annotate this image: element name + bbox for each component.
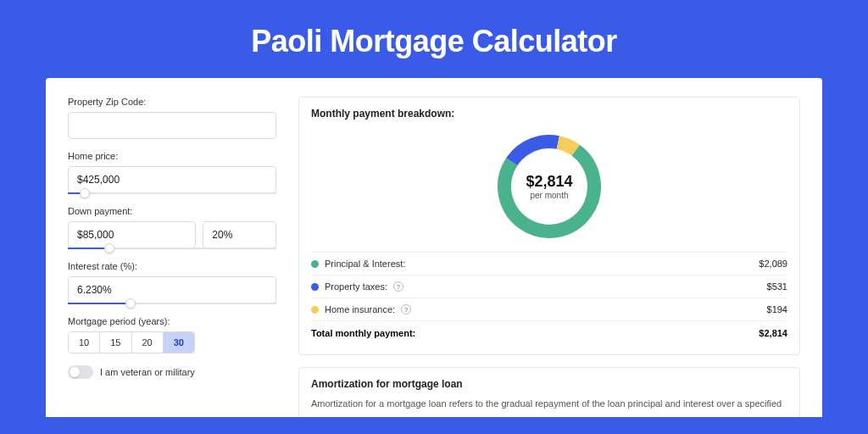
veteran-toggle[interactable] (68, 365, 93, 379)
amortization-panel: Amortization for mortgage loan Amortizat… (298, 367, 800, 417)
breakdown-title: Monthly payment breakdown: (311, 108, 787, 120)
info-icon[interactable]: ? (401, 304, 411, 314)
donut-sub: per month (530, 191, 568, 200)
legend-value: $531 (767, 281, 787, 292)
interest-rate-slider[interactable] (68, 303, 276, 304)
info-icon[interactable]: ? (393, 281, 403, 292)
down-payment-label: Down payment: (68, 206, 276, 216)
donut-chart-wrap: $2,814 per month (311, 126, 787, 252)
calculator-card: Property Zip Code: Home price: Down paym… (46, 78, 822, 417)
period-20[interactable]: 20 (132, 332, 164, 353)
home-price-slider[interactable] (68, 192, 276, 194)
amortization-title: Amortization for mortgage loan (311, 378, 787, 390)
down-payment-slider[interactable] (68, 248, 276, 249)
slider-thumb[interactable] (125, 298, 136, 309)
legend-value: $2,089 (759, 259, 787, 269)
legend-total: Total monthly payment: $2,814 (311, 320, 787, 344)
period-field: Mortgage period (years): 10 15 20 30 (68, 316, 276, 353)
period-options: 10 15 20 30 (68, 331, 195, 353)
dot-icon (311, 260, 319, 268)
donut-center: $2,814 per month (511, 148, 587, 225)
legend-property-taxes: Property taxes: ? $531 (311, 275, 787, 298)
legend-principal-interest: Principal & Interest: $2,089 (311, 252, 787, 275)
dot-icon (311, 283, 319, 291)
period-30[interactable]: 30 (164, 332, 194, 353)
slider-thumb[interactable] (104, 243, 114, 253)
breakdown-panel: Monthly payment breakdown: $2,814 per mo… (298, 97, 800, 355)
interest-rate-input[interactable] (68, 276, 276, 303)
total-value: $2,814 (759, 328, 787, 338)
interest-rate-field: Interest rate (%): (68, 261, 276, 304)
home-price-field: Home price: (68, 151, 276, 194)
legend-value: $194 (767, 304, 787, 314)
amortization-text: Amortization for a mortgage loan refers … (311, 397, 787, 411)
legend-label: Property taxes: (325, 281, 387, 292)
home-price-input[interactable] (68, 166, 276, 193)
interest-rate-label: Interest rate (%): (68, 261, 276, 271)
down-payment-pct-input[interactable] (203, 221, 276, 248)
legend-label: Home insurance: (325, 304, 395, 314)
zip-label: Property Zip Code: (68, 97, 276, 107)
results-column: Monthly payment breakdown: $2,814 per mo… (298, 97, 800, 417)
zip-field: Property Zip Code: (68, 97, 276, 139)
donut-amount: $2,814 (526, 173, 572, 191)
donut-chart: $2,814 per month (494, 131, 604, 242)
period-15[interactable]: 15 (100, 332, 131, 353)
legend-label: Principal & Interest: (325, 259, 405, 269)
page-title: Paoli Mortgage Calculator (46, 0, 822, 78)
legend-home-insurance: Home insurance: ? $194 (311, 298, 787, 320)
zip-input[interactable] (68, 112, 276, 139)
form-column: Property Zip Code: Home price: Down paym… (68, 97, 276, 417)
period-label: Mortgage period (years): (68, 316, 276, 326)
total-label: Total monthly payment: (311, 328, 415, 338)
veteran-label: I am veteran or military (100, 367, 195, 377)
dot-icon (311, 306, 319, 314)
veteran-row: I am veteran or military (68, 365, 276, 379)
home-price-label: Home price: (68, 151, 276, 161)
down-payment-field: Down payment: (68, 206, 276, 249)
down-payment-input[interactable] (68, 221, 196, 248)
slider-thumb[interactable] (80, 188, 90, 198)
period-10[interactable]: 10 (69, 332, 100, 353)
